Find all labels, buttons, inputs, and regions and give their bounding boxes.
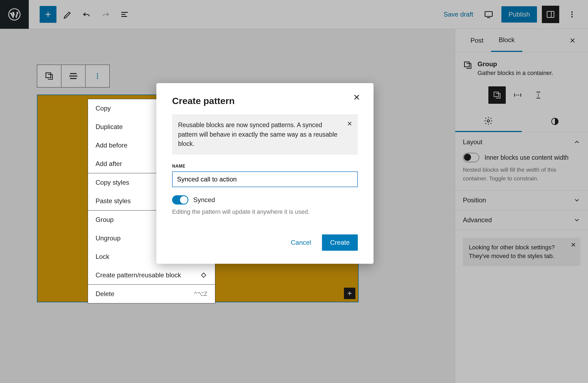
synced-hint: Editing the pattern will update it anywh…: [172, 208, 358, 215]
svg-point-12: [487, 120, 490, 122]
add-inner-block-button[interactable]: [344, 288, 355, 299]
svg-rect-14: [201, 273, 206, 277]
add-block-button[interactable]: [40, 6, 56, 23]
tab-block[interactable]: Block: [491, 29, 522, 52]
create-button[interactable]: Create: [322, 234, 358, 251]
tab-post[interactable]: Post: [463, 29, 491, 52]
block-type-button[interactable]: [37, 65, 61, 87]
delete-shortcut: ^⌥Z: [194, 290, 207, 297]
menu-item-create-pattern[interactable]: Create pattern/reusable block: [88, 266, 215, 284]
menu-item-delete[interactable]: Delete ^⌥Z: [88, 285, 215, 303]
panel-tab-styles[interactable]: [522, 111, 588, 132]
svg-point-8: [97, 76, 98, 77]
undo-button[interactable]: [79, 7, 94, 22]
styles-tip: Looking for other block settings? They'v…: [463, 238, 580, 266]
svg-rect-6: [46, 73, 51, 78]
block-toolbar: [37, 65, 110, 87]
dismiss-notice-button[interactable]: [346, 120, 353, 127]
redo-button[interactable]: [98, 7, 113, 22]
preview-button[interactable]: [481, 7, 497, 22]
svg-rect-2: [547, 11, 554, 17]
sidebar-toggle-button[interactable]: [542, 6, 559, 23]
layout-variant-row[interactable]: [509, 86, 526, 104]
tools-button[interactable]: [60, 7, 75, 22]
svg-point-7: [97, 73, 98, 75]
layout-heading: Layout: [463, 138, 482, 146]
cancel-button[interactable]: Cancel: [284, 234, 318, 251]
group-icon: [463, 60, 473, 77]
synced-notice: Reusable blocks are now synced patterns.…: [172, 114, 358, 155]
pattern-name-input[interactable]: [172, 171, 358, 187]
synced-toggle[interactable]: [172, 195, 188, 205]
dismiss-tip-button[interactable]: [570, 241, 577, 248]
svg-point-4: [571, 14, 573, 15]
panel-tab-settings[interactable]: [455, 111, 522, 132]
modal-title: Create pattern: [172, 96, 358, 106]
inner-width-toggle[interactable]: [463, 153, 479, 162]
svg-rect-11: [494, 92, 499, 97]
wordpress-logo-button[interactable]: [0, 0, 29, 29]
inner-width-label: Inner blocks use content width: [485, 154, 568, 161]
block-align-button[interactable]: [61, 65, 85, 87]
close-modal-button[interactable]: [352, 93, 361, 102]
document-overview-button[interactable]: [117, 7, 132, 22]
diamond-icon: [200, 271, 207, 279]
svg-rect-1: [485, 11, 492, 16]
svg-point-3: [571, 11, 573, 12]
svg-point-9: [97, 78, 98, 79]
layout-variant-stack[interactable]: [530, 86, 547, 104]
create-pattern-modal: Create pattern Reusable blocks are now s…: [156, 83, 374, 264]
advanced-heading: Advanced: [463, 216, 492, 224]
block-options-button[interactable]: [85, 65, 109, 87]
layout-variant-group[interactable]: [488, 86, 506, 104]
tip-text: Looking for other block settings? They'v…: [469, 244, 555, 259]
settings-sidebar: Post Block Group Gather blocks in a cont…: [455, 29, 588, 383]
layout-help-text: Nested blocks will fill the width of thi…: [463, 165, 580, 183]
synced-label: Synced: [193, 196, 215, 204]
chevron-up-icon: [573, 139, 580, 146]
close-sidebar-button[interactable]: [565, 33, 580, 48]
more-options-button[interactable]: [564, 7, 580, 22]
save-draft-button[interactable]: Save draft: [441, 7, 476, 21]
position-section-header[interactable]: Position: [455, 190, 588, 210]
svg-point-5: [571, 16, 573, 17]
chevron-down-icon: [573, 216, 580, 224]
publish-button[interactable]: Publish: [501, 6, 537, 23]
layout-section-header[interactable]: Layout: [455, 132, 588, 152]
notice-text: Reusable blocks are now synced patterns.…: [178, 121, 337, 147]
advanced-section-header[interactable]: Advanced: [455, 210, 588, 230]
block-description: Gather blocks in a container.: [478, 70, 553, 77]
block-title: Group: [478, 60, 553, 68]
chevron-down-icon: [573, 197, 580, 204]
position-heading: Position: [463, 196, 486, 204]
name-field-label: NAME: [172, 164, 358, 169]
svg-rect-10: [464, 62, 469, 67]
